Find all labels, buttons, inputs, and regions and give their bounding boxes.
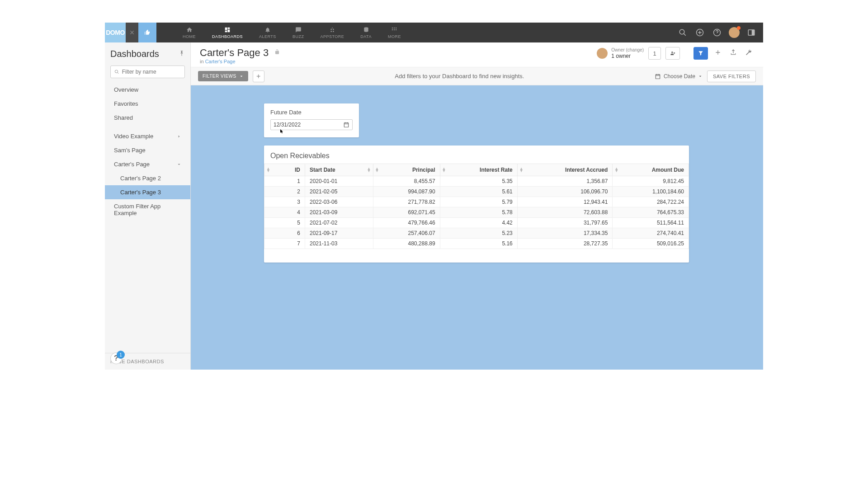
filter-input[interactable] (122, 69, 181, 75)
table-card: Open Recievables ▲▼ID Start Date▲▼ ▲▼Pri… (264, 145, 689, 263)
save-filters-button[interactable]: SAVE FILTERS (707, 70, 756, 82)
col-interest-accrued[interactable]: ▲▼Interest Accrued (517, 164, 613, 176)
cell-id: 2 (264, 187, 305, 197)
cell-id: 4 (264, 207, 305, 218)
share-count-button[interactable]: 1 (648, 47, 661, 60)
svg-point-3 (396, 27, 396, 28)
sidebar-item-sams-page[interactable]: Sam's Page (105, 143, 190, 157)
dashboard-icon (224, 27, 231, 33)
table-row[interactable]: 62021-09-17257,406.075.2317,334.35274,74… (264, 228, 689, 239)
table-title: Open Recievables (264, 152, 689, 164)
table-row[interactable]: 42021-03-09692,071.455.7872,603.88764,67… (264, 207, 689, 218)
cell-due: 511,564.11 (613, 218, 689, 228)
add-filter-button[interactable]: + (253, 70, 264, 82)
breadcrumb-link[interactable]: Carter's Page (205, 59, 236, 64)
nav-label: BUZZ (292, 34, 304, 39)
col-interest-rate[interactable]: ▲▼Interest Rate (440, 164, 517, 176)
filter-input-wrap[interactable] (110, 66, 185, 78)
sidebar-item-favorites[interactable]: Favorites (105, 97, 190, 111)
add-people-button[interactable] (665, 47, 680, 60)
choose-date-button[interactable]: Choose Date (655, 73, 703, 80)
svg-point-4 (392, 29, 393, 30)
apps-icon (329, 27, 335, 33)
cell-id: 1 (264, 176, 305, 187)
table-row[interactable]: 72021-11-03480,288.895.1628,727.35509,01… (264, 239, 689, 249)
calendar-icon (343, 122, 349, 128)
user-avatar[interactable] (729, 27, 740, 38)
panel-button[interactable] (746, 27, 757, 38)
filter-icon (698, 50, 704, 56)
sidebar-title: Dashboards (110, 49, 159, 59)
cell-principal: 257,406.07 (373, 228, 440, 239)
canvas: Future Date 12/31/2022 Open Recievables … (191, 85, 763, 370)
grid-icon (391, 27, 397, 33)
cell-due: 9,812.45 (613, 176, 689, 187)
search-icon (114, 69, 119, 75)
nav-dashboards[interactable]: DASHBOARDS (204, 23, 251, 42)
sidebar-item-shared[interactable]: Shared (105, 111, 190, 125)
add-button[interactable] (694, 27, 705, 38)
col-start-date[interactable]: Start Date▲▼ (305, 164, 373, 176)
svg-point-6 (396, 29, 396, 30)
settings-button[interactable] (743, 49, 754, 58)
cell-principal: 8,455.57 (373, 176, 440, 187)
table-row[interactable]: 22021-02-05994,087.905.61106,096.701,100… (264, 187, 689, 197)
col-principal[interactable]: ▲▼Principal (373, 164, 440, 176)
lock-button[interactable] (274, 49, 280, 57)
sidebar-item-carters-page-3[interactable]: Carter's Page 3 (105, 185, 190, 199)
plus-icon (714, 49, 722, 56)
share-button[interactable] (728, 49, 739, 58)
sort-icon: ▲▼ (367, 168, 371, 173)
top-nav: DOMO × HOME DASHBOARDS ALERTS BUZZ (105, 23, 763, 42)
sidebar-item-carters-page-2[interactable]: Carter's Page 2 (105, 171, 190, 185)
plus-circle-icon (696, 28, 704, 37)
sidebar-item-label: Favorites (114, 100, 138, 107)
help-button[interactable] (712, 27, 722, 38)
cell-rate: 5.78 (440, 207, 517, 218)
svg-rect-15 (344, 123, 348, 127)
nav-data[interactable]: DATA (352, 23, 380, 42)
filter-toggle-button[interactable] (693, 47, 708, 60)
owner-label: Owner (change) (611, 47, 644, 53)
choose-date-label: Choose Date (664, 73, 695, 80)
add-card-button[interactable] (712, 49, 723, 58)
thumbs-up-icon (144, 29, 151, 36)
sort-icon: ▲▼ (519, 168, 524, 173)
nav-appstore[interactable]: APPSTORE (312, 23, 352, 42)
date-input[interactable]: 12/31/2022 (270, 119, 353, 130)
table-row[interactable]: 12020-01-018,455.575.351,356.879,812.45 (264, 176, 689, 187)
pin-button[interactable] (179, 50, 185, 58)
portal-badge[interactable] (138, 23, 156, 42)
sort-icon: ▲▼ (442, 168, 446, 173)
nav-more[interactable]: MORE (380, 23, 409, 42)
cell-due: 509,016.25 (613, 239, 689, 249)
nav-buzz[interactable]: BUZZ (284, 23, 312, 42)
sidebar-item-carters-page[interactable]: Carter's Page (105, 157, 190, 171)
share-icon (730, 49, 737, 56)
nav-right (677, 23, 763, 42)
close-tab-icon[interactable]: × (126, 23, 138, 42)
cell-due: 284,722.24 (613, 197, 689, 207)
brand-logo[interactable]: DOMO (105, 23, 126, 42)
filter-views-button[interactable]: FILTER VIEWS (198, 71, 248, 81)
sidebar-item-video-example[interactable]: Video Example (105, 129, 190, 143)
nav-home[interactable]: HOME (175, 23, 204, 42)
nav-label: DASHBOARDS (212, 34, 243, 39)
owner-block[interactable]: Owner (change)1 owner (597, 47, 644, 59)
sidebar-item-label: Custom Filter App Example (114, 203, 181, 216)
table-row[interactable]: 52021-07-02479,766.464.4231,797.65511,56… (264, 218, 689, 228)
sidebar-item-custom-filter[interactable]: Custom Filter App Example (105, 199, 190, 220)
filter-hint: Add filters to your Dashboard to find ne… (269, 73, 650, 80)
search-button[interactable] (677, 27, 688, 38)
sidebar-list: Overview Favorites Shared Video Example … (105, 83, 190, 353)
sidebar-item-label: Shared (114, 114, 133, 121)
col-amount-due[interactable]: ▲▼Amount Due (613, 164, 689, 176)
nav-label: MORE (388, 34, 401, 39)
sidebar-item-overview[interactable]: Overview (105, 83, 190, 97)
table-row[interactable]: 32022-03-06271,778.825.7912,943.41284,72… (264, 197, 689, 207)
sort-icon: ▲▼ (375, 168, 379, 173)
col-id[interactable]: ▲▼ID (264, 164, 305, 176)
cell-accrued: 31,797.65 (517, 218, 613, 228)
cell-start: 2021-11-03 (305, 239, 373, 249)
nav-alerts[interactable]: ALERTS (251, 23, 284, 42)
